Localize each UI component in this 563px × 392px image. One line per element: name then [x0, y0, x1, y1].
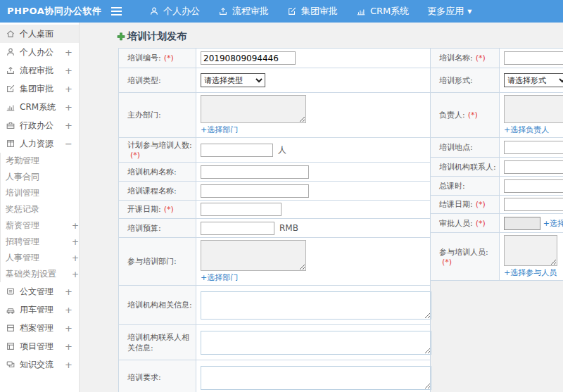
form-row: 结课日期:(*) — [431, 196, 563, 214]
choose-link[interactable]: +选择审批人员 — [543, 219, 563, 228]
sidebar-item[interactable]: 档案管理+ — [0, 319, 79, 337]
choose-link[interactable]: +选择参与人员 — [504, 268, 557, 277]
expand-toggle[interactable]: + — [65, 47, 72, 58]
sidebar-item[interactable]: 个人办公+ — [0, 43, 79, 61]
picker-textarea[interactable] — [201, 95, 306, 123]
expand-toggle[interactable]: + — [65, 102, 72, 113]
picker-textarea[interactable] — [201, 240, 306, 271]
readonly-input[interactable] — [504, 217, 540, 230]
sidebar-item-label: 集团审批 — [20, 83, 53, 95]
field-label: 开课日期:(*) — [119, 201, 196, 219]
nav-item[interactable]: CRM系统 — [347, 0, 418, 23]
left-rows: 培训编号:(*)培训类型:请选择类型主办部门:+选择部门计划参与培训人数:(*)… — [119, 49, 431, 392]
submenu-item-label: 人事合同 — [6, 171, 39, 183]
submenu-item[interactable]: 基础类别设置+ — [1, 266, 79, 282]
submenu-item[interactable]: 招聘管理+ — [1, 234, 79, 250]
submenu-item[interactable]: 人事合同 — [1, 169, 79, 185]
expand-toggle[interactable]: + — [65, 305, 72, 315]
sidebar-item[interactable]: 知识交流+ — [0, 355, 79, 374]
submenu-item[interactable]: 薪资管理+ — [1, 217, 79, 234]
expand-toggle[interactable]: + — [72, 270, 79, 279]
nav-item[interactable]: 个人办公 — [140, 0, 209, 23]
sidebar-item-label: 个人办公 — [20, 46, 53, 58]
expand-toggle[interactable]: + — [65, 65, 72, 76]
submenu-item-label: 考勤管理 — [6, 155, 39, 167]
text-input[interactable] — [504, 51, 563, 65]
nav-item[interactable]: 集团审批 — [278, 0, 347, 23]
submenu-item[interactable]: 考勤管理 — [1, 153, 79, 169]
expand-toggle[interactable]: + — [72, 237, 79, 247]
submenu-item[interactable]: 人事管理+ — [1, 250, 79, 266]
form-table-right: 培训名称:(*)培训形式:请选择形式负责人:(*)+选择负责人培训地点:培训机构… — [430, 48, 563, 281]
chat-icon — [6, 360, 15, 369]
form-row: 参与培训部门:+选择部门 — [119, 238, 431, 286]
info-textarea[interactable] — [201, 291, 431, 320]
text-input[interactable] — [201, 184, 309, 198]
sidebar-item[interactable]: 公文管理+ — [0, 282, 79, 301]
sidebar-item[interactable]: 人力资源− — [0, 134, 79, 153]
sidebar-item[interactable]: 流程审批+ — [0, 61, 79, 80]
car-icon — [6, 305, 15, 315]
text-input[interactable] — [201, 51, 296, 65]
sidebar-item[interactable]: 用车管理+ — [0, 301, 79, 319]
expand-toggle[interactable]: + — [72, 221, 79, 231]
choose-link[interactable]: +选择负责人 — [504, 125, 549, 134]
info-textarea[interactable] — [201, 331, 431, 355]
picker-textarea[interactable] — [504, 235, 557, 266]
expand-toggle[interactable]: + — [72, 253, 79, 263]
sidebar-item-label: 项目管理 — [20, 341, 53, 353]
expand-toggle[interactable]: + — [65, 84, 72, 94]
app-logo: PHPOA协同办公软件 — [0, 5, 106, 18]
briefcase-icon — [6, 120, 15, 130]
top-nav: 个人办公流程审批集团审批CRM系统更多应用▼ — [140, 0, 481, 23]
choose-link[interactable]: +选择部门 — [201, 273, 238, 282]
archive-icon — [6, 323, 15, 333]
text-input[interactable] — [504, 198, 563, 211]
share-icon — [218, 6, 228, 16]
expand-toggle[interactable]: + — [65, 360, 72, 370]
form-row: 培训形式:请选择形式 — [431, 68, 563, 93]
field-label: 主办部门: — [119, 93, 196, 138]
info-textarea[interactable] — [201, 366, 431, 390]
form-row: 开课日期:(*) — [119, 201, 431, 219]
sidebar-item[interactable]: 个人桌面 — [0, 25, 79, 43]
submenu-item-label: 奖惩记录 — [6, 203, 39, 215]
sidebar-item[interactable]: CRM系统+ — [0, 98, 79, 116]
text-input[interactable] — [201, 203, 282, 216]
picker-textarea[interactable] — [504, 95, 563, 123]
form-row: 培训机构名称: — [119, 163, 431, 182]
nav-item[interactable]: 更多应用▼ — [418, 0, 481, 23]
nav-item[interactable]: 流程审批 — [209, 0, 278, 23]
expand-toggle[interactable]: + — [65, 341, 72, 352]
text-input[interactable] — [504, 141, 563, 154]
page-title: 培训计划发布 — [117, 30, 563, 43]
sidebar-menu: 个人桌面个人办公+流程审批+集团审批+CRM系统+行政办公+人力资源−考勤管理人… — [0, 25, 79, 374]
required-mark: (*) — [164, 53, 174, 63]
text-input[interactable] — [504, 160, 563, 174]
text-input[interactable] — [504, 179, 563, 193]
menu-toggle-icon[interactable] — [111, 5, 122, 18]
text-input[interactable] — [201, 222, 274, 235]
form-row: 培训预算:RMB — [119, 219, 431, 238]
sidebar-item[interactable]: 项目管理+ — [0, 337, 79, 355]
expand-toggle[interactable]: + — [65, 120, 72, 131]
choose-link[interactable]: +选择部门 — [201, 125, 238, 134]
sidebar-item[interactable]: 集团审批+ — [0, 80, 79, 98]
expand-toggle[interactable]: + — [65, 286, 72, 297]
submenu-item[interactable]: 奖惩记录 — [1, 201, 79, 217]
submenu-item[interactable]: 培训管理 — [1, 185, 79, 201]
form-row: 培训机构联系人相关信息: — [119, 325, 431, 360]
select-input[interactable]: 请选择类型 — [201, 73, 265, 87]
nav-item-label: 个人办公 — [163, 5, 200, 18]
select-input[interactable]: 请选择形式 — [504, 73, 563, 87]
expand-toggle[interactable]: + — [65, 323, 72, 334]
expand-toggle[interactable]: − — [65, 139, 72, 149]
field-label: 参与培训部门: — [119, 238, 196, 286]
unit-suffix: 人 — [278, 145, 286, 155]
form-row: 培训要求: — [119, 360, 431, 392]
nav-item-label: 更多应用 — [427, 5, 464, 18]
field-label: 培训地点: — [431, 138, 500, 158]
text-input[interactable] — [201, 165, 309, 179]
sidebar-item[interactable]: 行政办公+ — [0, 116, 79, 134]
text-input[interactable] — [201, 144, 273, 157]
